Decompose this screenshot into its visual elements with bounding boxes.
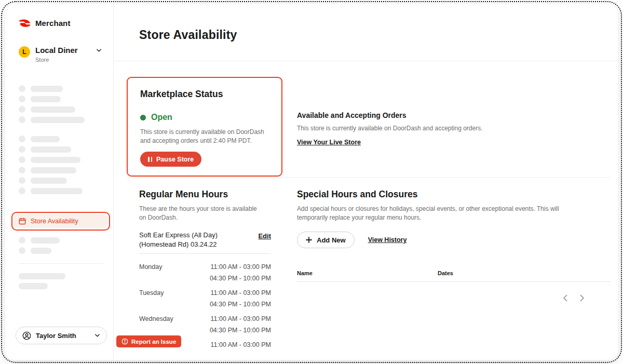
view-live-store-link[interactable]: View Your Live Store — [297, 139, 361, 146]
sidebar-nav-item-skeleton[interactable] — [19, 106, 107, 113]
next-page-button[interactable] — [578, 292, 587, 304]
sidebar-nav-item-skeleton[interactable] — [19, 187, 107, 194]
skeleton-bar — [31, 167, 76, 173]
prev-page-button[interactable] — [561, 292, 570, 304]
sidebar-nav-item-skeleton[interactable] — [19, 116, 107, 123]
skeleton-icon — [19, 187, 25, 194]
sidebar-nav-item-skeleton[interactable] — [19, 237, 107, 244]
skeleton-icon — [19, 237, 25, 244]
skeleton-icon — [19, 116, 25, 123]
skeleton-icon — [19, 136, 25, 142]
sidebar-nav-item-skeleton[interactable] — [19, 136, 107, 142]
special-hours-actions: Add New View History — [297, 232, 611, 248]
marketplace-status-card: Marketplace Status Open This store is cu… — [127, 77, 282, 177]
regular-hours-description: These are the hours your store is availa… — [139, 205, 263, 222]
schedule-times: 11:00 AM - 03:00 PM04:30 PM - 10:00 PM — [210, 261, 271, 284]
store-status: Open — [140, 113, 269, 122]
skeleton-icon — [19, 247, 25, 254]
menu-divider — [139, 253, 271, 254]
store-name: Local Diner — [35, 46, 78, 55]
menu-row: Soft Ear Express (All Day) (Homestead Rd… — [139, 231, 271, 249]
sidebar-nav-item-skeleton[interactable] — [19, 156, 107, 163]
skeleton-bar — [31, 96, 61, 102]
sidebar-nav-item-skeleton[interactable] — [19, 177, 107, 184]
skeleton-bar — [31, 237, 60, 244]
skeleton-bar — [19, 283, 48, 289]
main-content: Store Availability Marketplace Status Op… — [113, 4, 618, 353]
marketplace-status-heading: Marketplace Status — [140, 89, 269, 100]
edit-menu-link[interactable]: Edit — [258, 232, 271, 249]
accepting-orders-panel: Available and Accepting Orders This stor… — [297, 111, 598, 146]
schedule-times: 11:00 AM - 03:00 PM04:30 PM - 10:00 PM — [210, 313, 271, 336]
person-circle-icon — [22, 331, 31, 340]
skeleton-bar — [31, 157, 80, 163]
skeleton-icon — [19, 177, 25, 184]
schedule-day: Tuesday — [139, 287, 201, 310]
column-header-name: Name — [297, 270, 438, 276]
store-meta: Local Diner Store — [35, 46, 78, 63]
calendar-icon — [19, 218, 26, 225]
brand-name: Merchant — [35, 19, 70, 28]
special-hours-description: Add special hours or closures for holida… — [297, 205, 589, 222]
skeleton-bar — [31, 178, 67, 184]
special-hours-heading: Special Hours and Closures — [297, 189, 611, 200]
skeleton-bar — [31, 117, 85, 123]
pause-icon — [148, 157, 152, 162]
skeleton-bar — [31, 136, 60, 142]
status-dot-icon — [140, 115, 146, 120]
brand: Merchant — [19, 19, 70, 28]
status-description: This store is currently available on Doo… — [140, 128, 269, 145]
active-nav-highlight: Store Availability — [11, 212, 110, 231]
page-title: Store Availability — [139, 28, 618, 42]
schedule-row: Monday11:00 AM - 03:00 PM04:30 PM - 10:0… — [139, 261, 271, 284]
sidebar-nav-item-skeleton[interactable] — [19, 283, 107, 289]
sidebar-nav-item-skeleton[interactable] — [19, 85, 107, 92]
sidebar-divider — [19, 263, 104, 264]
nav-skeleton-group — [19, 273, 107, 289]
special-hours-table-header: Name Dates — [297, 270, 611, 282]
app-window: Merchant L Local Diner Store — [5, 4, 618, 360]
pause-store-button[interactable]: Pause Store — [140, 152, 201, 167]
report-issue-label: Report an Issue — [131, 339, 176, 345]
page-header: Store Availability — [113, 4, 618, 61]
skeleton-icon — [19, 167, 25, 173]
skeleton-icon — [19, 96, 25, 102]
schedule-times: 11:00 AM - 03:00 PM — [211, 339, 272, 350]
skeleton-bar — [31, 106, 75, 113]
add-new-label: Add New — [317, 236, 346, 244]
skeleton-icon — [19, 85, 25, 92]
accepting-orders-heading: Available and Accepting Orders — [297, 111, 598, 119]
special-hours-section: Special Hours and Closures Add special h… — [297, 189, 611, 304]
sidebar-nav-item-skeleton[interactable] — [19, 167, 107, 173]
column-header-dates: Dates — [438, 270, 453, 276]
sidebar-item-store-availability[interactable]: Store Availability — [14, 214, 107, 228]
schedule-times: 11:00 AM - 03:00 PM04:30 PM - 10:00 PM — [210, 287, 271, 310]
section-divider — [127, 177, 611, 178]
skeleton-icon — [19, 156, 25, 163]
user-name: Taylor Smith — [36, 332, 76, 340]
nav-skeleton-group — [19, 136, 107, 194]
sidebar-nav-item-skeleton[interactable] — [19, 146, 107, 153]
schedule-row: Wednesday11:00 AM - 03:00 PM04:30 PM - 1… — [139, 313, 271, 336]
store-selector[interactable]: L Local Diner Store — [19, 46, 102, 63]
sidebar-nav-item-skeleton[interactable] — [19, 247, 107, 254]
user-menu[interactable]: Taylor Smith — [16, 327, 107, 344]
regular-hours-heading: Regular Menu Hours — [139, 189, 271, 200]
skeleton-bar — [31, 146, 71, 153]
sidebar-nav-item-skeleton[interactable] — [19, 96, 107, 102]
schedule-day: Monday — [139, 261, 201, 284]
skeleton-icon — [19, 106, 25, 113]
sidebar: Merchant L Local Diner Store — [5, 4, 114, 360]
skeleton-bar — [31, 86, 63, 92]
view-history-link[interactable]: View History — [368, 236, 407, 244]
chevron-down-icon — [94, 333, 100, 338]
report-issue-button[interactable]: Report an Issue — [116, 335, 181, 347]
add-new-button[interactable]: Add New — [297, 232, 355, 248]
store-type-label: Store — [35, 57, 78, 63]
nav-skeleton-group — [19, 237, 107, 254]
pause-store-label: Pause Store — [156, 156, 194, 163]
menu-name: Soft Ear Express (All Day) (Homestead Rd… — [139, 231, 238, 249]
sidebar-nav: Store Availability — [19, 85, 107, 293]
skeleton-bar — [19, 273, 65, 279]
sidebar-nav-item-skeleton[interactable] — [19, 273, 107, 279]
